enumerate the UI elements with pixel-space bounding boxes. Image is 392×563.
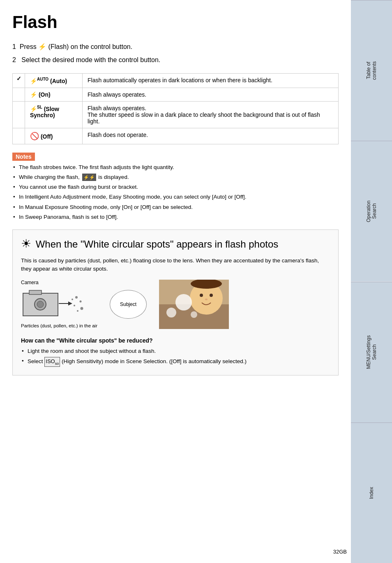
- sidebar: Table ofcontents OperationSearch MENU/Se…: [351, 0, 392, 563]
- list-item: In Intelligent Auto Adjustment mode, Eas…: [12, 193, 339, 201]
- camera-diagram: Camera: [21, 280, 97, 329]
- check-cell: [13, 101, 25, 128]
- notes-box: Notes The flash strobes twice. The first…: [12, 153, 339, 222]
- check-cell: [13, 128, 25, 144]
- svg-rect-1: [29, 290, 42, 294]
- photo-svg: [159, 280, 229, 329]
- svg-point-3: [37, 301, 44, 308]
- list-item: In Manual Exposure Shooting mode, only […: [12, 203, 339, 211]
- check-cell: [13, 88, 25, 101]
- page-title: Flash: [12, 12, 339, 32]
- camera-drawing: [21, 287, 78, 320]
- charging-icon: ⚡⚡: [82, 174, 96, 181]
- table-row: 🚫 (Off) Flash does not operate.: [13, 128, 339, 144]
- notes-label: Notes: [12, 153, 35, 161]
- tip-title-text: When the "White circular spots" appears …: [36, 239, 279, 250]
- auto-superscript: AUTO: [37, 77, 48, 81]
- reduction-list: Light the room and shoot the subject wit…: [21, 347, 330, 367]
- description-cell: Flash automatically operates in dark loc…: [83, 74, 339, 88]
- sidebar-tab-menu-label: MENU/SettingsSearch: [366, 335, 377, 369]
- sidebar-tab-contents[interactable]: Table ofcontents: [351, 0, 392, 141]
- iso-icon: ISOso: [44, 357, 60, 367]
- flash-icon-step1: ⚡: [38, 42, 46, 52]
- page-number: 32GB: [333, 549, 347, 555]
- on-label: (On): [39, 91, 51, 98]
- tip-body: This is caused by particles (dust, polle…: [21, 257, 330, 273]
- sidebar-tab-index[interactable]: Index: [351, 422, 392, 563]
- step-2-text: Select the desired mode with the control…: [21, 56, 160, 63]
- tip-title: ☀ When the "White circular spots" appear…: [21, 236, 330, 251]
- mode-cell: ⚡AUTO (Auto): [25, 74, 83, 88]
- svg-point-19: [175, 294, 192, 310]
- sidebar-tab-menu[interactable]: MENU/SettingsSearch: [351, 282, 392, 422]
- list-item: Light the room and shoot the subject wit…: [21, 347, 330, 355]
- svg-point-9: [81, 307, 83, 310]
- list-item: Select ISOso (High Sensitivity) mode in …: [21, 357, 330, 367]
- list-item: You cannot use the flash during burst or…: [12, 183, 339, 191]
- modes-table: ✓ ⚡AUTO (Auto) Flash automatically opera…: [12, 73, 339, 144]
- step-1-text: (Flash) on the control button.: [48, 43, 133, 50]
- sidebar-tab-contents-label: Table ofcontents: [366, 61, 377, 80]
- auto-label: (Auto): [50, 78, 67, 84]
- svg-point-21: [191, 311, 197, 318]
- svg-point-10: [77, 310, 78, 312]
- off-label: (Off): [41, 133, 53, 140]
- diagram-area: Camera: [21, 280, 330, 329]
- svg-point-8: [74, 305, 75, 306]
- steps-list: 1 Press ⚡ (Flash) on the control button.…: [12, 42, 339, 65]
- sl-superscript: SL: [37, 105, 42, 109]
- mode-cell: ⚡ (On): [25, 88, 83, 101]
- flash-icon-auto: ⚡: [30, 78, 37, 84]
- svg-point-15: [200, 294, 203, 297]
- check-cell: ✓: [13, 74, 25, 88]
- table-row: ⚡ (On) Flash always operates.: [13, 88, 339, 101]
- tip-box: ☀ When the "White circular spots" appear…: [12, 229, 339, 375]
- camera-label: Camera: [21, 280, 39, 285]
- photo-result: [159, 280, 229, 329]
- sidebar-tab-operation[interactable]: OperationSearch: [351, 141, 392, 281]
- description-cell: Flash always operates.: [83, 88, 339, 101]
- camera-svg: [21, 287, 87, 324]
- off-icon: 🚫: [30, 132, 39, 140]
- step-1-number: 1 Press: [12, 43, 38, 50]
- description-cell: Flash does not operate.: [83, 128, 339, 144]
- description-cell: Flash always operates.The shutter speed …: [83, 101, 339, 128]
- notes-list: The flash strobes twice. The first flash…: [12, 163, 339, 222]
- step-2-number: 2: [12, 56, 20, 63]
- list-item: The flash strobes twice. The first flash…: [12, 163, 339, 171]
- sidebar-tab-operation-label: OperationSearch: [366, 201, 377, 222]
- svg-point-16: [210, 294, 213, 297]
- table-row: ✓ ⚡AUTO (Auto) Flash automatically opera…: [13, 74, 339, 88]
- flash-icon-sl: ⚡: [30, 105, 37, 112]
- list-item: In Sweep Panorama, flash is set to [Off]…: [12, 213, 339, 221]
- mode-cell: 🚫 (Off): [25, 128, 83, 144]
- subject-oval: Subject: [110, 290, 147, 319]
- svg-point-20: [166, 308, 176, 317]
- mode-cell: ⚡SL (SlowSynchro): [25, 101, 83, 128]
- subject-label: Subject: [120, 301, 136, 307]
- step-2: 2 Select the desired mode with the contr…: [12, 55, 339, 65]
- table-row: ⚡SL (SlowSynchro) Flash always operates.…: [13, 101, 339, 128]
- svg-point-7: [80, 301, 82, 303]
- sidebar-tab-index-label: Index: [369, 487, 374, 499]
- reduction-title: How can the "White circular spots" be re…: [21, 337, 330, 344]
- svg-point-17: [205, 299, 208, 300]
- sun-tip-icon: ☀: [21, 237, 31, 250]
- flash-icon-on: ⚡: [30, 91, 37, 98]
- list-item: While charging the flash, ⚡⚡ is displaye…: [12, 173, 339, 181]
- reduction-section: How can the "White circular spots" be re…: [21, 337, 330, 367]
- svg-marker-5: [68, 301, 72, 306]
- main-content: Flash 1 Press ⚡ (Flash) on the control b…: [0, 0, 351, 563]
- page-number-text: 32GB: [333, 549, 347, 555]
- svg-point-6: [75, 296, 78, 299]
- step-1: 1 Press ⚡ (Flash) on the control button.: [12, 42, 339, 52]
- svg-point-11: [71, 299, 73, 300]
